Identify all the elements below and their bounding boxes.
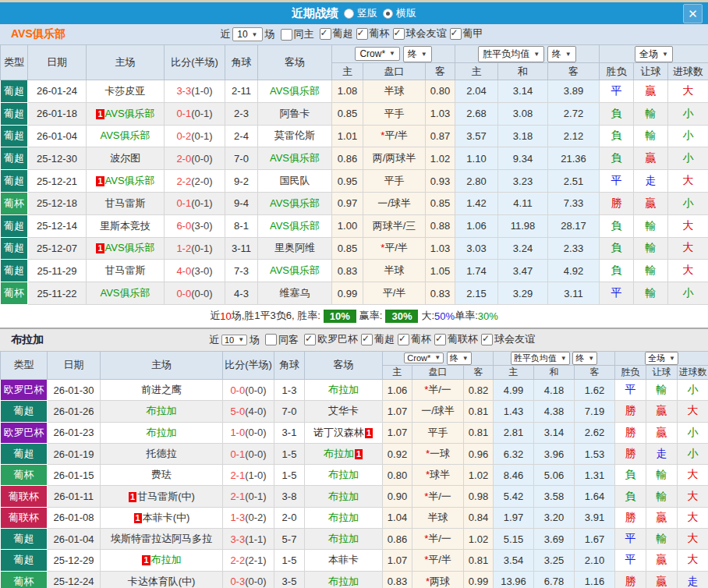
league-filter-checkbox[interactable]: 球会友谊 [481,332,535,346]
summary-segment: 赢率: [359,309,383,323]
result-wdl: 勝 [615,507,646,528]
odds-source-select[interactable]: Crow*▼ [404,352,444,363]
fulltime-select[interactable]: 全场▼ [645,352,678,365]
subcol-avg-home: 主 [455,63,498,80]
fulltime-score: 3-3 [176,85,191,97]
odds-final-select[interactable]: 终▼ [447,352,472,365]
radio-checked-icon[interactable] [383,9,393,19]
same-venue-checkbox[interactable]: 同客 [265,333,299,347]
avg-home-odds: 3.54 [494,550,534,571]
halftime-score: (0-1) [245,491,266,502]
avg-away-odds: 2.51 [548,170,600,193]
team-name-text: 布拉加 [328,384,359,395]
match-date: 26-01-04 [48,529,101,550]
odds-final-select[interactable]: 终▼ [403,46,432,62]
odds-home: 0.85 [332,102,363,125]
league-filter-checkbox[interactable]: 球会友谊 [393,27,447,41]
chevron-down-icon: ▼ [238,336,244,343]
score: 2-1(1-0) [223,465,274,486]
handicap-line: 两/两球半 [363,147,426,170]
result-handicap: 輸 [634,260,668,282]
live-rank-badge: 1 [96,176,104,186]
recent-count-select[interactable]: 10▼ [232,27,262,41]
fulltime-score: 1-0 [230,427,245,438]
away-team: 布拉加 [305,529,383,550]
live-rank-badge: 1 [129,492,136,502]
radio-unchecked-icon[interactable] [344,9,354,19]
layout-horizontal-radio[interactable]: 横版 [383,6,416,20]
league-filter-label: 葡超 [374,332,395,346]
star-marker-icon: * [381,129,384,141]
result-wdl: 平 [600,170,634,193]
result-wdl: 平 [600,282,634,305]
result-wdl: 勝 [600,192,634,214]
avg-away-odds: 2.62 [575,422,615,443]
avg-home-odds: 2.80 [455,170,498,193]
league-filter-checkbox[interactable]: 欧罗巴杯 [304,332,358,346]
result-handicap: 贏 [646,422,678,443]
score: 0-1(0-0) [223,443,274,464]
chevron-down-icon: ▼ [389,50,395,57]
handicap-line: 一/球半 [412,401,464,422]
chevron-down-icon: ▼ [662,51,668,58]
result-wdl: 平 [600,80,634,103]
result-wdl: 勝 [615,443,646,464]
recent-count-select[interactable]: 10▼ [221,335,247,345]
star-marker-icon: * [426,448,430,459]
avg-home-odds: 3.03 [455,237,498,260]
team-name-text: 莫雷伦斯 [274,129,315,141]
avg-draw-odds: 6.78 [534,571,575,588]
odds-home: 1.06 [383,379,412,400]
chevron-down-icon: ▼ [565,51,572,58]
match-row: 欧罗巴杯 26-01-23 布拉加 1-0(0-0) 3-1 诺丁汉森林1 1.… [1,422,708,443]
match-date: 26-01-26 [48,401,101,422]
layout-vertical-label: 竖版 [357,6,377,20]
match-row: 葡超 26-01-19 托德拉 0-1(0-0) 1-5 布拉加1 0.92 *… [1,443,708,464]
summary-segment: 30% [385,310,418,323]
avg-away-odds: 3.11 [548,282,600,305]
league-filter-checkbox[interactable]: 葡杯 [356,27,390,41]
team-name-text: AVS俱乐部 [100,129,150,141]
match-date: 25-12-18 [28,192,87,214]
avg-final-select[interactable]: 终▼ [547,46,576,62]
avg-odds-select[interactable]: 胜平负均值▼ [511,352,570,365]
league-filter-checkbox[interactable]: 葡联杯 [434,332,478,346]
away-team: 布拉加1 [305,443,383,464]
match-row: 葡超 25-12-14 里斯本竞技 6-0(3-0) 8-1 AVS俱乐部 1.… [1,214,708,237]
result-handicap: 贏 [634,147,668,170]
result-goals: 小 [678,379,708,400]
league-filter-label: 葡联杯 [448,332,478,346]
league-filter-checkbox[interactable]: 葡杯 [398,332,431,346]
team-name-text: 布拉加 [151,554,182,565]
odds-away: 1.03 [426,237,455,260]
close-button[interactable]: ✕ [683,4,703,23]
avg-away-odds: 2.72 [548,102,600,125]
same-venue-checkbox[interactable]: 同主 [281,27,314,41]
col-header-type: 类型 [1,351,48,379]
result-goals: 大 [668,237,708,260]
layout-vertical-radio[interactable]: 竖版 [344,6,377,20]
star-marker-icon: * [426,576,430,587]
team-section-1: AVS俱乐部 近 10▼ 场 同主 葡超葡杯球会友谊葡甲 类型 日期 [0,24,708,328]
fulltime-select[interactable]: 全场▼ [635,46,673,62]
matches-table: 类型 日期 主场 比分(半场) 角球 客场 Crow*▼ 终▼ 胜平负均值▼ 终… [0,351,708,588]
match-row: 葡杯 25-12-18 甘马雷斯 0-1(0-1) 9-4 AVS俱乐部 0.9… [1,192,708,214]
league-filter-checkbox[interactable]: 葡超 [361,332,395,346]
league-badge: 葡超 [1,125,28,147]
subcol-avg-draw: 和 [498,63,548,80]
corner-score: 9-2 [225,170,258,193]
avg-odds-select[interactable]: 胜平负均值▼ [478,46,544,62]
odds-source-select[interactable]: Crow*▼ [355,47,400,61]
subcol-avg-away: 客 [548,63,600,80]
odds-home: 0.95 [332,170,363,193]
league-filter-checkbox[interactable]: 葡甲 [450,27,483,41]
league-filter-checkbox[interactable]: 葡超 [320,27,353,41]
team-name-text: 卡莎皮亚 [105,85,146,97]
result-handicap: 輸 [634,125,668,147]
halftime-score: (0-0) [245,576,266,587]
avg-draw-odds: 3.96 [534,443,575,464]
avg-home-odds: 1.10 [455,147,498,170]
avg-final-select[interactable]: 终▼ [572,352,597,365]
score: 2-2(2-0) [165,170,225,193]
star-marker-icon: * [424,384,428,395]
